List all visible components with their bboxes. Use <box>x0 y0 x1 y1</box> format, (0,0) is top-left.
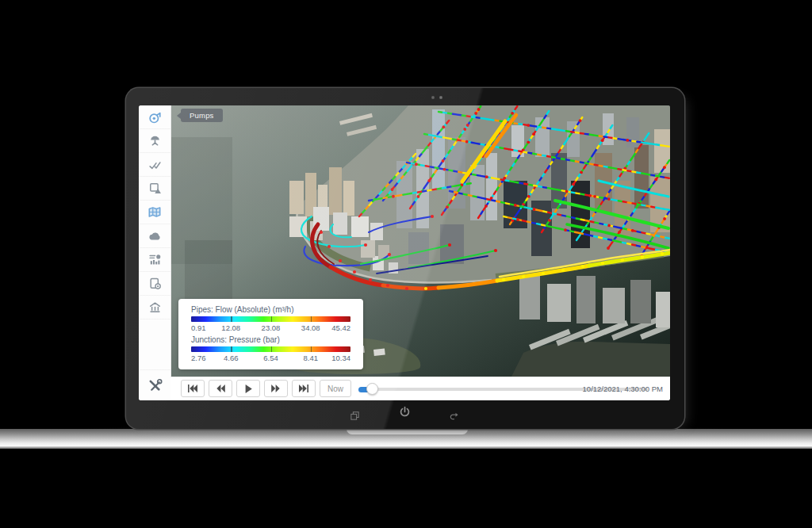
webcam-icon <box>431 96 435 99</box>
pipes-colorbar <box>191 316 350 322</box>
tick-label: 23.08 <box>262 323 281 332</box>
sidebar <box>139 105 171 400</box>
tick-label: 4.66 <box>224 354 239 362</box>
junctions-colorbar-ticks: 2.76 4.66 6.54 8.41 10.34 <box>191 354 350 363</box>
map-viewport[interactable]: Pumps Pipes: Flow (Absolute) (m³/h) 0.91… <box>170 105 670 377</box>
junctions-colorbar <box>191 346 350 352</box>
sidebar-item-facilities[interactable] <box>139 296 170 319</box>
checkmarks-icon <box>148 158 162 171</box>
pipes-colorbar-ticks: 0.91 12.08 23.08 34.08 45.42 <box>191 323 350 333</box>
tick-label: 34.08 <box>301 323 320 332</box>
step-forward-button[interactable] <box>264 380 288 397</box>
play-button[interactable] <box>236 380 260 397</box>
legend-panel: Pipes: Flow (Absolute) (m³/h) 0.91 12.08… <box>178 299 363 369</box>
laptop-base-edge <box>0 446 812 449</box>
sidebar-item-map[interactable] <box>139 201 170 224</box>
skip-to-end-button[interactable] <box>292 380 316 397</box>
file-settings-icon <box>148 277 162 290</box>
hw-windows-button <box>350 409 359 423</box>
tick-label: 0.91 <box>191 323 206 332</box>
playback-bar: Now 10/12/2021, 4:30:00 PM <box>170 377 670 400</box>
power-icon <box>399 406 411 418</box>
step-forward-icon <box>271 385 281 392</box>
time-slider-thumb[interactable] <box>366 383 378 395</box>
tick-label: 12.08 <box>221 323 240 332</box>
webcam-led-icon <box>439 96 442 99</box>
current-timestamp: 10/12/2021, 4:30:00 PM <box>583 385 663 393</box>
tools-icon <box>147 378 163 393</box>
tree-icon <box>148 134 162 147</box>
now-button[interactable]: Now <box>320 380 351 397</box>
sidebar-item-tools[interactable] <box>139 369 170 400</box>
tick-label: 10.34 <box>331 354 350 362</box>
pumps-tooltip: Pumps <box>181 109 223 122</box>
step-back-button[interactable] <box>209 380 232 397</box>
pump-icon <box>147 110 162 124</box>
step-back-icon <box>216 385 225 392</box>
laptop-base-notch <box>347 429 468 434</box>
sidebar-item-validation[interactable] <box>139 153 170 177</box>
app-window: Pumps Pipes: Flow (Absolute) (m³/h) 0.91… <box>139 105 670 400</box>
legend-junctions-title: Junctions: Pressure (bar) <box>191 335 352 344</box>
hw-power-button <box>399 406 411 421</box>
legend-pipes-title: Pipes: Flow (Absolute) (m³/h) <box>191 305 352 314</box>
sidebar-item-cloud[interactable] <box>139 224 170 248</box>
hw-back-button <box>449 409 458 423</box>
sidebar-item-scenarios[interactable] <box>139 272 170 296</box>
laptop-bezel: Pumps Pipes: Flow (Absolute) (m³/h) 0.91… <box>126 88 684 429</box>
map-icon <box>147 205 162 220</box>
sidebar-item-network-tree[interactable] <box>139 129 170 153</box>
tick-label: 45.42 <box>331 323 350 332</box>
tick-label: 8.41 <box>304 354 319 362</box>
bank-icon <box>148 300 162 314</box>
cloud-icon <box>147 229 162 243</box>
sidebar-item-pumps[interactable] <box>139 105 170 129</box>
back-icon <box>449 411 458 420</box>
sidebar-item-alerts[interactable] <box>139 177 170 201</box>
skip-to-start-button[interactable] <box>181 380 205 397</box>
tick-label: 6.54 <box>263 354 278 362</box>
play-icon <box>243 385 253 393</box>
skip-to-start-icon <box>188 385 197 392</box>
skip-to-end-icon <box>299 385 308 392</box>
sidebar-item-reports[interactable] <box>139 248 170 272</box>
windows-icon <box>350 411 359 420</box>
marketing-canvas: Pumps Pipes: Flow (Absolute) (m³/h) 0.91… <box>0 0 812 528</box>
report-icon <box>148 253 162 266</box>
tick-label: 2.76 <box>191 354 206 362</box>
alert-square-icon <box>148 182 162 195</box>
